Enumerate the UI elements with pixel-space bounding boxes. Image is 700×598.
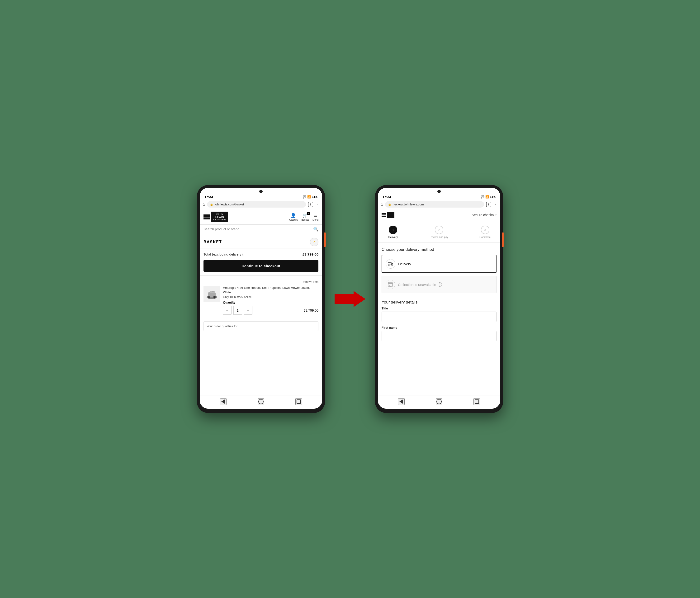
product-price: £3,799.00 <box>304 308 319 312</box>
home-icon-right[interactable]: ⌂ <box>381 202 383 207</box>
delivery-option-label: Delivery <box>398 262 411 266</box>
basket-badge: 1 <box>307 212 310 215</box>
camera-right <box>438 190 441 193</box>
home-button-left[interactable] <box>258 398 264 405</box>
menu-nav-item[interactable]: ☰ Menu <box>312 213 319 221</box>
address-input-left[interactable]: 🔒 johnlewis.com/basket <box>207 201 306 207</box>
checkout-stripe-1 <box>381 213 386 214</box>
firstname-input[interactable] <box>381 331 497 341</box>
norton-badge: ✓ <box>310 238 319 246</box>
arrow-head <box>354 291 366 307</box>
back-button-right[interactable] <box>398 398 405 405</box>
step-3-label: Complete <box>479 235 491 239</box>
status-bar-left: 17:33 💬 📶 84% <box>200 194 322 200</box>
total-value: £3,799.00 <box>302 252 319 256</box>
nav-icons: 👤 Account 🛒 1 Basket ☰ Menu <box>289 213 319 221</box>
checkout-stripe-2 <box>381 215 386 216</box>
home-icon-left[interactable]: ⌂ <box>203 202 205 207</box>
step-3: 3 Complete <box>473 226 497 239</box>
remove-link[interactable]: Remove item <box>302 280 319 283</box>
svg-point-7 <box>212 291 214 292</box>
phone-notch-right <box>378 188 500 194</box>
info-icon[interactable]: ? <box>438 282 442 286</box>
svg-rect-12 <box>390 285 391 286</box>
logo-stripe-1 <box>203 215 210 216</box>
step-2-label: Review and pay <box>430 235 448 239</box>
tab-count-right[interactable]: 5 <box>486 202 491 207</box>
logo-stripes <box>203 215 210 220</box>
back-triangle-right <box>399 399 403 404</box>
tab-count-left[interactable]: 5 <box>308 202 313 207</box>
svg-rect-8 <box>388 263 391 265</box>
quantity-increase-button[interactable]: + <box>244 306 252 315</box>
truck-svg <box>388 261 394 267</box>
menu-dots-right[interactable]: ⋮ <box>493 202 497 207</box>
quantity-decrease-button[interactable]: − <box>223 306 231 315</box>
phone-left: 17:33 💬 📶 84% ⌂ 🔒 johnlewis.com/basket 5… <box>197 185 325 413</box>
checkout-button[interactable]: Continue to checkout <box>203 260 319 272</box>
checkout-header: Secure checkout <box>378 209 500 221</box>
search-input[interactable] <box>203 227 311 231</box>
menu-dots-left[interactable]: ⋮ <box>315 202 319 207</box>
lock-icon-left: 🔒 <box>210 203 213 206</box>
checkout-stripe-3 <box>381 216 386 217</box>
address-bar-left: ⌂ 🔒 johnlewis.com/basket 5 ⋮ <box>200 200 322 209</box>
phone-right: 17:34 💬 📶 84% ⌂ 🔒 heckout.johnlewis.com … <box>375 185 503 413</box>
svg-point-5 <box>214 296 215 298</box>
arrow-container <box>334 291 366 307</box>
back-button-left[interactable] <box>220 398 227 405</box>
delivery-method-title: Choose your delivery method <box>378 243 500 255</box>
recents-button-left[interactable] <box>295 398 302 405</box>
basket-nav-item[interactable]: 🛒 1 Basket <box>301 213 309 221</box>
logo-stripe-3 <box>203 218 210 220</box>
store-svg <box>388 282 393 288</box>
step-2-circle: 2 <box>435 226 443 234</box>
account-label: Account <box>289 219 298 221</box>
address-input-right[interactable]: 🔒 heckout.johnlewis.com <box>385 201 484 207</box>
step-1-circle: 1 <box>389 226 397 234</box>
recents-button-right[interactable] <box>473 398 480 405</box>
quantity-row: − 1 + £3,799.00 <box>223 306 319 315</box>
product-image <box>203 286 220 302</box>
checkout-page-content: Choose your delivery method Delivery <box>378 243 500 395</box>
camera-left <box>259 190 262 193</box>
title-input[interactable] <box>381 312 497 322</box>
step-2: 2 Review and pay <box>428 226 451 239</box>
whatsapp-icon: 💬 <box>303 195 306 199</box>
step-1: 1 Delivery <box>381 226 405 239</box>
logo-area: JOHN LEWIS & PARTNERS <box>203 211 228 222</box>
secure-checkout-label: Secure checkout <box>472 213 497 217</box>
account-nav-item[interactable]: 👤 Account <box>289 213 298 221</box>
whatsapp-icon-right: 💬 <box>481 195 484 199</box>
phone-bottom-left <box>200 395 322 409</box>
title-field: Title <box>378 306 500 326</box>
status-time-right: 17:34 <box>382 195 391 199</box>
arrow-body <box>334 294 354 304</box>
basket-label: Basket <box>301 219 309 221</box>
collection-option[interactable]: Collection is unavailable ? <box>381 276 497 293</box>
menu-label: Menu <box>312 219 319 221</box>
status-icons-right: 💬 📶 84% <box>481 195 496 199</box>
status-time-left: 17:33 <box>204 195 213 199</box>
back-triangle-left <box>221 399 225 404</box>
home-circle-right <box>436 399 442 404</box>
svg-point-9 <box>389 265 390 266</box>
product-info: Ambrogio 4.36 Elite Robotic Self-Propell… <box>223 286 319 315</box>
firstname-label: First name <box>381 326 497 329</box>
search-button[interactable]: 🔍 <box>313 227 319 232</box>
search-bar: 🔍 <box>200 225 322 234</box>
url-text-left: johnlewis.com/basket <box>215 203 303 206</box>
checkout-logo-block <box>387 212 394 218</box>
checkout-logo <box>381 212 394 218</box>
home-button-right[interactable] <box>436 398 442 405</box>
quantity-label: Quantity <box>223 301 319 304</box>
step-connector-1 <box>405 230 428 230</box>
phone-notch-left <box>200 188 322 194</box>
total-row: Total (excluding delivery): £3,799.00 <box>200 248 322 260</box>
logo-text: JOHN LEWIS & PARTNERS <box>211 211 228 222</box>
status-bar-right: 17:34 💬 📶 84% <box>378 194 500 200</box>
site-header-left: JOHN LEWIS & PARTNERS 👤 Account 🛒 1 Bask… <box>200 209 322 225</box>
delivery-truck-icon <box>386 259 395 269</box>
basket-title: BASKET <box>203 240 222 244</box>
delivery-option-active[interactable]: Delivery <box>381 255 497 273</box>
